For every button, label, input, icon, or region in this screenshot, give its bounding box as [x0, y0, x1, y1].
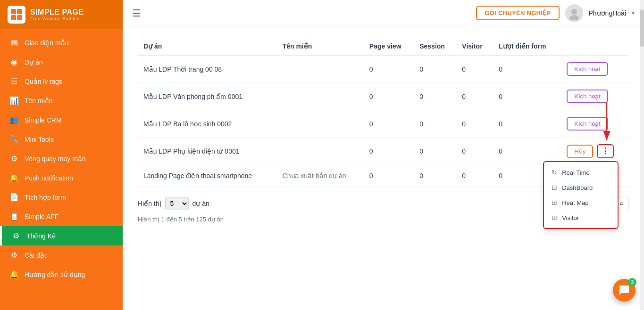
table-row: Mẫu LDP Thời trang 00 08 0 0 0 0 Kích ho…	[138, 55, 629, 83]
table-row: Mẫu LDP Ba lô học sinh 0002 0 0 0 0 Kích…	[138, 110, 629, 138]
stats-icon: ⚙	[11, 231, 21, 240]
page-size-select[interactable]: 5 10 20 50	[165, 197, 189, 210]
svg-rect-3	[17, 15, 22, 20]
chevron-down-icon[interactable]: ▾	[632, 10, 635, 16]
hamburger-icon[interactable]: ☰	[132, 8, 141, 19]
svg-rect-1	[17, 9, 22, 14]
sidebar-item-mini-tools[interactable]: 🔧 Mini Tools	[0, 130, 123, 149]
cell-du-an: Mẫu LDP Văn phòng ph ẩm 0001	[138, 83, 277, 110]
sidebar: SIMPLE PAGE Free Website Builder ▦ Giao …	[0, 0, 123, 310]
cell-ten-mien	[277, 110, 364, 138]
col-visitor: Visitor	[456, 38, 493, 55]
sidebar-label-ten-mien: Tên miền	[25, 97, 53, 105]
show-label: Hiển thị	[138, 200, 161, 207]
sidebar-item-du-an[interactable]: ◉ Dự án	[0, 52, 123, 72]
sidebar-item-push-notification[interactable]: 🔔 Push notification	[0, 168, 123, 188]
cell-visitor: 0	[456, 83, 493, 110]
sidebar-label-simple-crm: Simple CRM	[25, 116, 62, 124]
cell-session: 0	[414, 165, 456, 187]
chat-badge: 3	[628, 278, 636, 286]
content-area: Dự án Tên miền Page view Session Visitor…	[123, 26, 644, 310]
dashboard-icon: ⊡	[552, 184, 557, 191]
table-container: Dự án Tên miền Page view Session Visitor…	[138, 38, 629, 223]
sidebar-item-giao-dien-mau[interactable]: ▦ Giao diện mẫu	[0, 33, 123, 52]
logo-sub: Free Website Builder	[30, 16, 84, 21]
cell-session: 0	[414, 55, 456, 83]
cell-session: 0	[414, 83, 456, 110]
menu-label-heat-map: Heat Map	[562, 199, 588, 206]
logo-name: SIMPLE PAGE	[30, 8, 84, 16]
activate-button-2[interactable]: Kích hoạt	[567, 90, 608, 103]
menu-item-dashboard[interactable]: ⊡ DashBoard	[544, 180, 618, 195]
project-icon: ◉	[9, 57, 19, 66]
sidebar-nav: ▦ Giao diện mẫu ◉ Dự án ☰ Quản lý tags 📊…	[0, 29, 123, 310]
cell-page-view: 0	[364, 110, 414, 138]
col-luot-dien-form: Lượt điền form	[493, 38, 561, 55]
pagination-info-text: Hiển thị 1 đến 5 trên 125 dự án	[138, 216, 224, 223]
activate-button-1[interactable]: Kích hoạt	[567, 62, 608, 76]
template-icon: ▦	[9, 38, 19, 47]
pro-button[interactable]: GÓI CHUYÊN NGHIỆP	[476, 6, 559, 20]
cell-page-view: 0	[364, 165, 414, 187]
cell-session: 0	[414, 110, 456, 138]
sidebar-label-vong-quay: Vòng quay may mắn	[25, 155, 86, 163]
sidebar-logo: SIMPLE PAGE Free Website Builder	[0, 0, 123, 29]
sidebar-item-tich-hop-form[interactable]: 📄 Tích hợp form	[0, 188, 123, 207]
sidebar-item-thong-ke[interactable]: ⚙ Thống Kê	[0, 226, 123, 245]
topbar: ☰ GÓI CHUYÊN NGHIỆP PhươngHoài ▾	[123, 0, 644, 26]
guide-icon: 🔔	[9, 270, 19, 279]
svg-point-5	[569, 15, 579, 20]
sidebar-label-cai-dat: Cài đặt	[25, 252, 46, 259]
topbar-left: ☰	[132, 8, 141, 19]
cell-ten-mien: Chưa xuất bản dự án	[277, 165, 364, 187]
svg-point-4	[571, 9, 577, 15]
menu-label-real-time: Real Time	[562, 169, 590, 176]
chat-bubble[interactable]: 3	[613, 279, 636, 302]
sidebar-label-huong-dan: Hướng dẫn sử dụng	[25, 271, 85, 278]
chat-icon	[619, 285, 630, 296]
user-name: PhươngHoài	[589, 9, 627, 17]
sidebar-item-quan-ly-tags[interactable]: ☰ Quản lý tags	[0, 72, 123, 91]
menu-item-heat-map[interactable]: ⊞ Heat Map	[544, 195, 618, 210]
sidebar-item-huong-dan[interactable]: 🔔 Hướng dẫn sử dụng	[0, 265, 123, 284]
col-session: Session	[414, 38, 456, 55]
cell-ten-mien	[277, 83, 364, 110]
real-time-icon: ↻	[552, 169, 557, 176]
three-dots-button-4[interactable]: ⋮	[597, 144, 614, 158]
svg-rect-2	[11, 15, 16, 20]
cell-luot-dien-form: 0	[493, 110, 561, 138]
form-icon: 📄	[9, 193, 19, 202]
spinner-icon: ⚙	[9, 154, 19, 163]
context-dropdown-menu: ↻ Real Time ⊡ DashBoard ⊞	[543, 161, 619, 229]
col-actions	[561, 38, 629, 55]
menu-item-real-time[interactable]: ↻ Real Time	[544, 165, 618, 180]
scrollbar-thumb[interactable]	[640, 9, 644, 47]
sidebar-item-simple-aff[interactable]: 📋 Simple AFF	[0, 207, 123, 226]
sidebar-item-vong-quay[interactable]: ⚙ Vòng quay may mắn	[0, 149, 123, 168]
activate-button-3[interactable]: Kích hoạt	[567, 117, 608, 131]
sidebar-label-push-notification: Push notification	[25, 174, 73, 182]
bell-icon: 🔔	[9, 173, 19, 182]
sidebar-label-mini-tools: Mini Tools	[25, 136, 54, 143]
aff-icon: 📋	[9, 212, 19, 221]
heat-map-icon: ⊞	[552, 199, 557, 206]
avatar	[565, 4, 583, 22]
cancel-button-4[interactable]: Hủy	[567, 145, 593, 158]
sidebar-item-cai-dat[interactable]: ⚙ Cài đặt	[0, 245, 123, 265]
pagination-left: Hiển thị 5 10 20 50 dự án	[138, 197, 209, 210]
sidebar-item-ten-mien[interactable]: 📊 Tên miền	[0, 91, 123, 110]
sidebar-label-thong-ke: Thống Kê	[26, 232, 56, 240]
table-row: Mẫu LDP Phụ kiện điện tử 0001 0 0 0 0 Hủ…	[138, 138, 629, 165]
three-dots-wrapper: ⋮ ↻ Real Time ⊡	[597, 144, 614, 158]
actions-cell-4: Hủy	[567, 144, 623, 158]
sidebar-label-du-an: Dự án	[25, 58, 43, 66]
menu-label-dashboard: DashBoard	[562, 184, 593, 191]
menu-item-visitor[interactable]: ⊞ Visitor	[544, 210, 618, 225]
cell-du-an: Mẫu LDP Phụ kiện điện tử 0001	[138, 138, 277, 165]
topbar-right: GÓI CHUYÊN NGHIỆP PhươngHoài ▾	[476, 4, 635, 22]
cell-luot-dien-form: 0	[493, 83, 561, 110]
sidebar-item-simple-crm[interactable]: 👥 Simple CRM	[0, 110, 123, 130]
cell-page-view: 0	[364, 83, 414, 110]
menu-label-visitor: Visitor	[562, 214, 579, 221]
col-du-an: Dự án	[138, 38, 277, 55]
